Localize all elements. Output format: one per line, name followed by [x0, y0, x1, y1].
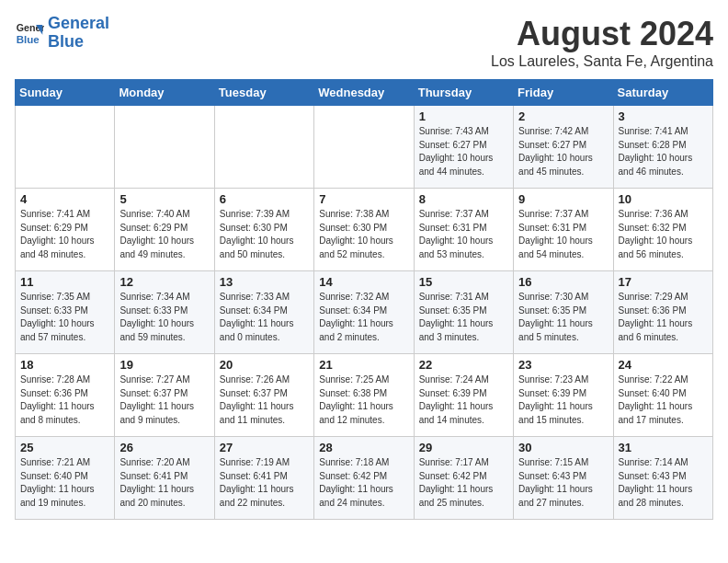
calendar-cell: [16, 106, 115, 189]
day-number: 27: [220, 441, 309, 454]
logo-icon: General Blue: [15, 18, 44, 48]
calendar-cell: 11Sunrise: 7:35 AM Sunset: 6:33 PM Dayli…: [16, 271, 115, 354]
day-number: 17: [619, 275, 708, 289]
calendar-week-4: 18Sunrise: 7:28 AM Sunset: 6:36 PM Dayli…: [16, 354, 713, 437]
day-number: 30: [518, 441, 608, 454]
title-block: August 2024 Los Laureles, Santa Fe, Arge…: [491, 15, 713, 70]
day-info: Sunrise: 7:29 AM Sunset: 6:36 PM Dayligh…: [619, 291, 708, 344]
day-number: 23: [518, 358, 608, 372]
day-info: Sunrise: 7:38 AM Sunset: 6:30 PM Dayligh…: [319, 208, 408, 261]
calendar-cell: 8Sunrise: 7:37 AM Sunset: 6:31 PM Daylig…: [414, 189, 513, 271]
calendar-cell: [115, 106, 214, 189]
day-number: 22: [419, 358, 508, 372]
day-info: Sunrise: 7:43 AM Sunset: 6:27 PM Dayligh…: [419, 125, 508, 178]
day-info: Sunrise: 7:31 AM Sunset: 6:35 PM Dayligh…: [419, 291, 508, 344]
calendar-header-row: SundayMondayTuesdayWednesdayThursdayFrid…: [16, 80, 713, 106]
day-info: Sunrise: 7:19 AM Sunset: 6:41 PM Dayligh…: [220, 456, 309, 510]
day-number: 24: [619, 358, 708, 372]
day-info: Sunrise: 7:39 AM Sunset: 6:30 PM Dayligh…: [220, 208, 309, 261]
day-number: 2: [518, 109, 608, 123]
calendar-cell: 21Sunrise: 7:25 AM Sunset: 6:38 PM Dayli…: [314, 354, 414, 437]
day-number: 13: [220, 275, 309, 289]
day-info: Sunrise: 7:24 AM Sunset: 6:39 PM Dayligh…: [419, 373, 508, 427]
day-info: Sunrise: 7:21 AM Sunset: 6:40 PM Dayligh…: [20, 456, 109, 510]
day-number: 28: [319, 441, 408, 454]
day-header-tuesday: Tuesday: [214, 80, 313, 106]
calendar-cell: 19Sunrise: 7:27 AM Sunset: 6:37 PM Dayli…: [115, 354, 214, 437]
day-number: 4: [20, 192, 109, 206]
calendar-cell: 1Sunrise: 7:43 AM Sunset: 6:27 PM Daylig…: [414, 106, 513, 189]
calendar-cell: 14Sunrise: 7:32 AM Sunset: 6:34 PM Dayli…: [314, 271, 414, 354]
calendar-cell: 7Sunrise: 7:38 AM Sunset: 6:30 PM Daylig…: [314, 189, 414, 271]
day-info: Sunrise: 7:22 AM Sunset: 6:40 PM Dayligh…: [619, 373, 708, 427]
calendar-cell: 4Sunrise: 7:41 AM Sunset: 6:29 PM Daylig…: [16, 189, 115, 271]
day-info: Sunrise: 7:32 AM Sunset: 6:34 PM Dayligh…: [319, 291, 408, 344]
calendar-week-3: 11Sunrise: 7:35 AM Sunset: 6:33 PM Dayli…: [16, 271, 713, 354]
day-number: 9: [518, 192, 608, 206]
day-number: 26: [119, 441, 209, 454]
day-number: 19: [119, 358, 209, 372]
day-number: 29: [419, 441, 508, 454]
calendar-cell: 16Sunrise: 7:30 AM Sunset: 6:35 PM Dayli…: [514, 271, 613, 354]
calendar-cell: 29Sunrise: 7:17 AM Sunset: 6:42 PM Dayli…: [414, 437, 513, 520]
day-header-sunday: Sunday: [16, 80, 115, 106]
day-info: Sunrise: 7:41 AM Sunset: 6:29 PM Dayligh…: [20, 208, 109, 261]
day-info: Sunrise: 7:34 AM Sunset: 6:33 PM Dayligh…: [119, 291, 209, 344]
day-info: Sunrise: 7:35 AM Sunset: 6:33 PM Dayligh…: [20, 291, 109, 344]
day-header-thursday: Thursday: [414, 80, 513, 106]
calendar-cell: 13Sunrise: 7:33 AM Sunset: 6:34 PM Dayli…: [214, 271, 313, 354]
day-header-friday: Friday: [514, 80, 613, 106]
day-number: 15: [419, 275, 508, 289]
day-info: Sunrise: 7:26 AM Sunset: 6:37 PM Dayligh…: [220, 373, 309, 427]
calendar-cell: 2Sunrise: 7:42 AM Sunset: 6:27 PM Daylig…: [514, 106, 613, 189]
calendar-cell: 24Sunrise: 7:22 AM Sunset: 6:40 PM Dayli…: [613, 354, 712, 437]
day-info: Sunrise: 7:17 AM Sunset: 6:42 PM Dayligh…: [419, 456, 508, 510]
day-number: 14: [319, 275, 408, 289]
day-info: Sunrise: 7:25 AM Sunset: 6:38 PM Dayligh…: [319, 373, 408, 427]
calendar-cell: 18Sunrise: 7:28 AM Sunset: 6:36 PM Dayli…: [16, 354, 115, 437]
calendar-cell: 30Sunrise: 7:15 AM Sunset: 6:43 PM Dayli…: [514, 437, 613, 520]
calendar-cell: 28Sunrise: 7:18 AM Sunset: 6:42 PM Dayli…: [314, 437, 414, 520]
day-info: Sunrise: 7:37 AM Sunset: 6:31 PM Dayligh…: [518, 208, 608, 261]
calendar-cell: 25Sunrise: 7:21 AM Sunset: 6:40 PM Dayli…: [16, 437, 115, 520]
day-number: 25: [20, 441, 109, 454]
calendar-cell: 31Sunrise: 7:14 AM Sunset: 6:43 PM Dayli…: [613, 437, 712, 520]
day-info: Sunrise: 7:40 AM Sunset: 6:29 PM Dayligh…: [119, 208, 209, 261]
day-info: Sunrise: 7:28 AM Sunset: 6:36 PM Dayligh…: [20, 373, 109, 427]
calendar-cell: 12Sunrise: 7:34 AM Sunset: 6:33 PM Dayli…: [115, 271, 214, 354]
day-header-saturday: Saturday: [613, 80, 712, 106]
day-number: 1: [419, 109, 508, 123]
day-number: 31: [619, 441, 708, 454]
day-info: Sunrise: 7:15 AM Sunset: 6:43 PM Dayligh…: [518, 456, 608, 510]
page-header: General Blue GeneralBlue August 2024 Los…: [15, 15, 713, 70]
calendar-cell: 5Sunrise: 7:40 AM Sunset: 6:29 PM Daylig…: [115, 189, 214, 271]
calendar-cell: 9Sunrise: 7:37 AM Sunset: 6:31 PM Daylig…: [514, 189, 613, 271]
logo-text: GeneralBlue: [48, 15, 109, 52]
day-info: Sunrise: 7:30 AM Sunset: 6:35 PM Dayligh…: [518, 291, 608, 344]
day-info: Sunrise: 7:27 AM Sunset: 6:37 PM Dayligh…: [119, 373, 209, 427]
calendar-subtitle: Los Laureles, Santa Fe, Argentina: [491, 53, 713, 70]
day-info: Sunrise: 7:23 AM Sunset: 6:39 PM Dayligh…: [518, 373, 608, 427]
day-number: 18: [20, 358, 109, 372]
day-info: Sunrise: 7:42 AM Sunset: 6:27 PM Dayligh…: [518, 125, 608, 178]
calendar-table: SundayMondayTuesdayWednesdayThursdayFrid…: [15, 79, 713, 520]
calendar-cell: 17Sunrise: 7:29 AM Sunset: 6:36 PM Dayli…: [613, 271, 712, 354]
svg-text:Blue: Blue: [17, 33, 40, 44]
day-info: Sunrise: 7:18 AM Sunset: 6:42 PM Dayligh…: [319, 456, 408, 510]
day-number: 5: [119, 192, 209, 206]
calendar-cell: 22Sunrise: 7:24 AM Sunset: 6:39 PM Dayli…: [414, 354, 513, 437]
day-number: 16: [518, 275, 608, 289]
calendar-cell: 27Sunrise: 7:19 AM Sunset: 6:41 PM Dayli…: [214, 437, 313, 520]
day-number: 8: [419, 192, 508, 206]
calendar-cell: 6Sunrise: 7:39 AM Sunset: 6:30 PM Daylig…: [214, 189, 313, 271]
day-info: Sunrise: 7:41 AM Sunset: 6:28 PM Dayligh…: [619, 125, 708, 178]
calendar-week-5: 25Sunrise: 7:21 AM Sunset: 6:40 PM Dayli…: [16, 437, 713, 520]
logo: General Blue GeneralBlue: [15, 15, 109, 52]
day-header-wednesday: Wednesday: [314, 80, 414, 106]
calendar-cell: 23Sunrise: 7:23 AM Sunset: 6:39 PM Dayli…: [514, 354, 613, 437]
day-number: 20: [220, 358, 309, 372]
calendar-cell: [214, 106, 313, 189]
calendar-cell: [314, 106, 414, 189]
calendar-title: August 2024: [491, 15, 713, 53]
day-info: Sunrise: 7:14 AM Sunset: 6:43 PM Dayligh…: [619, 456, 708, 510]
